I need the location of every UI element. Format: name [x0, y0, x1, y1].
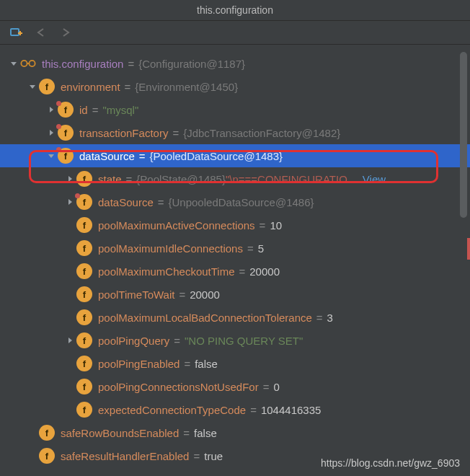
tree-row[interactable]: fpoolMaximumLocalBadConnectionTolerance=…	[0, 306, 470, 329]
equals-sign: =	[126, 173, 133, 185]
field-icon: f	[76, 217, 92, 233]
view-link[interactable]: View	[363, 173, 386, 185]
equals-sign: =	[263, 381, 270, 393]
field-value: 20000	[249, 265, 280, 278]
expand-arrow-icon[interactable]	[63, 198, 76, 206]
tree-row[interactable]: fpoolMaximumIdleConnections=5	[0, 237, 470, 260]
field-icon: f	[76, 286, 92, 302]
field-icon: f	[76, 402, 92, 418]
field-name: poolMaximumIdleConnections	[98, 242, 243, 255]
tree-row[interactable]: fpoolPingQuery="NO PING QUERY SET"	[0, 329, 470, 352]
equals-sign: =	[174, 335, 180, 347]
field-name: poolPingQuery	[98, 335, 169, 347]
new-watch-icon[interactable]	[10, 27, 23, 38]
field-icon: f	[76, 171, 92, 187]
field-value: false	[194, 427, 217, 439]
equals-sign: =	[128, 58, 134, 70]
svg-rect-2	[19, 31, 21, 35]
expand-arrow-icon[interactable]	[7, 59, 20, 68]
field-icon: f	[76, 240, 92, 256]
equals-sign: =	[139, 150, 146, 162]
equals-sign: =	[183, 427, 190, 439]
vertical-scrollbar[interactable]	[460, 52, 467, 218]
tree-row[interactable]: fpoolMaximumActiveConnections=10	[0, 213, 470, 237]
field-value: true	[204, 450, 223, 462]
svg-point-4	[29, 61, 35, 66]
field-name: id	[79, 104, 88, 116]
watermark-text: https://blog.csdn.net/gwz_6903	[321, 457, 460, 469]
tree-row[interactable]: fenvironment={Environment@1450}	[0, 75, 470, 98]
field-name: this.configuration	[42, 58, 123, 70]
field-value: {Environment@1450}	[135, 81, 238, 93]
field-name: transactionFactory	[79, 127, 168, 139]
expand-arrow-icon[interactable]	[63, 175, 76, 183]
equals-sign: =	[184, 358, 190, 370]
field-value: 1044416335	[261, 404, 321, 416]
field-name: safeResultHandlerEnabled	[61, 450, 189, 462]
field-name: poolMaximumActiveConnections	[98, 219, 255, 232]
field-name: poolMaximumCheckoutTime	[98, 265, 235, 278]
field-name: poolTimeToWait	[98, 288, 174, 301]
tree-row[interactable]: fpoolPingConnectionsNotUsedFor=0	[0, 375, 470, 398]
variables-tree[interactable]: this.configuration={Configuration@1187}f…	[0, 45, 470, 467]
field-value: 0	[273, 381, 279, 393]
field-value: 20000	[190, 288, 220, 301]
tree-row[interactable]: fpoolMaximumCheckoutTime=20000	[0, 260, 470, 283]
equals-sign: =	[250, 404, 257, 416]
field-value: "mysql"	[102, 104, 138, 116]
field-icon: f	[76, 263, 92, 279]
field-name: dataSource	[79, 150, 135, 162]
expand-arrow-icon[interactable]	[45, 105, 58, 114]
tree-row[interactable]: fexpectedConnectionTypeCode=1044416335	[0, 398, 470, 421]
field-icon: f	[39, 425, 55, 441]
field-name: poolMaximumLocalBadConnectionTolerance	[98, 312, 312, 324]
field-value: {PoolState@1485}	[136, 173, 226, 185]
field-value: 3	[327, 312, 333, 324]
field-name: poolPingEnabled	[98, 358, 179, 370]
back-icon[interactable]	[35, 27, 48, 38]
field-value: {UnpooledDataSource@1486}	[169, 196, 314, 208]
tree-row[interactable]: ftransactionFactory={JdbcTransactionFact…	[0, 121, 470, 144]
tree-row[interactable]: fpoolTimeToWait=20000	[0, 283, 470, 306]
field-name: dataSource	[98, 196, 154, 208]
tree-row[interactable]: fsafeRowBoundsEnabled=false	[0, 421, 470, 444]
field-name: safeRowBoundsEnabled	[61, 427, 179, 439]
marker-stripe	[467, 238, 470, 260]
window-title: this.configuration	[0, 0, 470, 21]
expand-arrow-icon[interactable]	[26, 82, 39, 91]
tree-row[interactable]: fstate={PoolState@1485} "\n===CONFINGURA…	[0, 167, 470, 190]
equals-sign: =	[125, 81, 131, 93]
watch-icon	[20, 56, 36, 71]
expand-arrow-icon[interactable]	[45, 151, 58, 160]
expand-arrow-icon[interactable]	[45, 128, 58, 137]
tree-row[interactable]: fdataSource={UnpooledDataSource@1486}	[0, 190, 470, 213]
field-name: poolPingConnectionsNotUsedFor	[98, 381, 259, 393]
field-icon: f	[76, 309, 92, 325]
field-value: 10	[270, 219, 282, 232]
equals-sign: =	[239, 265, 246, 278]
tree-row[interactable]: this.configuration={Configuration@1187}	[0, 52, 470, 75]
equals-sign: =	[158, 196, 164, 208]
field-value: {Configuration@1187}	[138, 58, 245, 70]
field-value: false	[195, 358, 218, 370]
equals-sign: =	[247, 242, 254, 255]
field-icon: f	[39, 79, 55, 94]
field-name: environment	[61, 81, 120, 93]
field-value: "NO PING QUERY SET"	[185, 335, 303, 347]
equals-sign: =	[193, 450, 200, 462]
svg-rect-0	[11, 29, 19, 35]
equals-sign: =	[172, 127, 179, 139]
tree-row[interactable]: fid="mysql"	[0, 98, 470, 121]
field-name: state	[98, 173, 122, 185]
forward-icon[interactable]	[59, 27, 72, 38]
tree-row[interactable]: fdataSource={PooledDataSource@1483}	[0, 144, 470, 167]
equals-sign: =	[316, 312, 323, 324]
field-name: expectedConnectionTypeCode	[98, 404, 246, 416]
tree-row[interactable]: fpoolPingEnabled=false	[0, 352, 470, 375]
field-icon: f	[39, 448, 55, 464]
equals-sign: =	[179, 288, 185, 301]
field-icon: f	[76, 356, 92, 371]
toolbar	[0, 21, 470, 45]
expand-arrow-icon[interactable]	[63, 336, 76, 345]
field-value: {PooledDataSource@1483}	[150, 150, 283, 162]
